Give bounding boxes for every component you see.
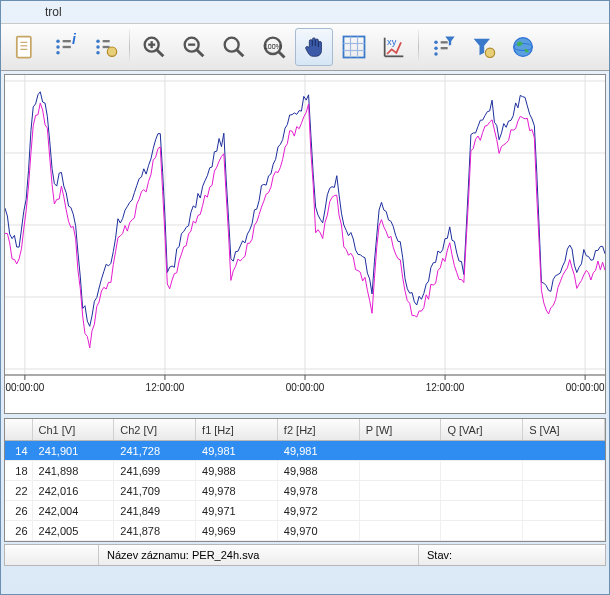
svg-text:12:00:00: 12:00:00 (146, 382, 185, 393)
column-header[interactable]: f2 [Hz] (278, 419, 360, 440)
svg-point-36 (434, 41, 438, 45)
row-id: 26 (5, 521, 33, 540)
cell: 241,699 (114, 461, 196, 480)
status-bar: Název záznamu: PER_24h.sva Stav: (4, 544, 606, 566)
window-title: trol (45, 5, 62, 19)
cell: 49,988 (278, 461, 360, 480)
svg-text:00:00:00: 00:00:00 (286, 382, 325, 393)
cell: 49,970 (278, 521, 360, 540)
column-header[interactable]: Ch2 [V] (114, 419, 196, 440)
cell: 241,709 (114, 481, 196, 500)
svg-rect-0 (17, 37, 31, 58)
info-list-button[interactable]: i (46, 28, 84, 66)
pan-hand-button[interactable] (295, 28, 333, 66)
cell (441, 461, 523, 480)
svg-point-10 (96, 39, 100, 43)
svg-point-11 (96, 45, 100, 49)
filter-list-button[interactable] (424, 28, 462, 66)
record-label: Název záznamu: (107, 549, 189, 561)
column-header[interactable]: P [W] (360, 419, 442, 440)
state-cell: Stav: (419, 545, 605, 565)
cell: 241,901 (33, 441, 115, 460)
cell (441, 481, 523, 500)
table-row[interactable]: 26242,004241,84949,97149,972 (5, 501, 605, 521)
svg-line-24 (237, 50, 243, 56)
svg-point-5 (56, 45, 60, 49)
cell: 49,978 (278, 481, 360, 500)
table-row[interactable]: 26242,005241,87849,96949,970 (5, 521, 605, 541)
column-header[interactable] (5, 419, 33, 440)
document-button[interactable] (6, 28, 44, 66)
toolbar-separator (129, 29, 130, 65)
svg-text:00:00:00: 00:00:00 (566, 382, 605, 393)
cell: 242,004 (33, 501, 115, 520)
row-id: 18 (5, 461, 33, 480)
cell: 49,981 (278, 441, 360, 460)
cell: 242,005 (33, 521, 115, 540)
svg-point-38 (434, 52, 438, 56)
svg-text:i: i (72, 33, 77, 47)
record-value: PER_24h.sva (192, 549, 259, 561)
table-row[interactable]: 14241,901241,72849,98149,981 (5, 441, 605, 461)
cell: 241,728 (114, 441, 196, 460)
table-row[interactable]: 22242,016241,70949,97849,978 (5, 481, 605, 501)
chart[interactable]: 00:00:0012:00:0000:00:0012:00:0000:00:00 (4, 74, 606, 414)
svg-text:12:00:00: 12:00:00 (426, 382, 465, 393)
cell (360, 461, 442, 480)
svg-point-23 (225, 38, 239, 52)
zoom-button[interactable] (215, 28, 253, 66)
svg-rect-28 (344, 37, 365, 58)
zoom-out-button[interactable] (175, 28, 213, 66)
table-row[interactable]: 18241,898241,69949,98849,988 (5, 461, 605, 481)
svg-text:100%: 100% (264, 43, 282, 50)
cell (523, 521, 605, 540)
cell (360, 501, 442, 520)
cell: 49,981 (196, 441, 278, 460)
cell (360, 441, 442, 460)
grid-toggle-button[interactable] (335, 28, 373, 66)
cell: 49,978 (196, 481, 278, 500)
toolbar: i 100% xy (1, 23, 609, 71)
cell (441, 441, 523, 460)
svg-point-42 (514, 38, 533, 57)
svg-point-12 (96, 51, 100, 55)
column-header[interactable]: Ch1 [V] (33, 419, 115, 440)
zoom-in-button[interactable] (135, 28, 173, 66)
cell (523, 501, 605, 520)
column-header[interactable]: Q [VAr] (441, 419, 523, 440)
cell: 49,988 (196, 461, 278, 480)
column-header[interactable]: S [VA] (523, 419, 605, 440)
svg-point-15 (107, 47, 116, 56)
cell (441, 501, 523, 520)
cell: 49,969 (196, 521, 278, 540)
xy-plot-button[interactable]: xy (375, 28, 413, 66)
svg-text:xy: xy (387, 37, 397, 47)
status-cell (5, 545, 99, 565)
svg-line-26 (279, 52, 285, 58)
cell: 242,016 (33, 481, 115, 500)
toolbar-separator (418, 29, 419, 65)
table-header: Ch1 [V]Ch2 [V]f1 [Hz]f2 [Hz]P [W]Q [VAr]… (5, 419, 605, 441)
list-settings-button[interactable] (86, 28, 124, 66)
row-id: 14 (5, 441, 33, 460)
cell: 241,878 (114, 521, 196, 540)
cell: 49,972 (278, 501, 360, 520)
cell (523, 481, 605, 500)
zoom-100-button[interactable]: 100% (255, 28, 293, 66)
globe-button[interactable] (504, 28, 542, 66)
svg-point-4 (56, 39, 60, 43)
state-label: Stav: (427, 549, 452, 561)
svg-line-21 (197, 50, 203, 56)
svg-line-17 (157, 50, 163, 56)
cell: 241,849 (114, 501, 196, 520)
svg-point-37 (434, 46, 438, 49)
funnel-settings-button[interactable] (464, 28, 502, 66)
cell (360, 521, 442, 540)
window-titlebar: trol (1, 1, 609, 23)
cell (523, 441, 605, 460)
record-name: Název záznamu: PER_24h.sva (99, 545, 419, 565)
cell (441, 521, 523, 540)
cell: 49,971 (196, 501, 278, 520)
svg-text:00:00:00: 00:00:00 (6, 382, 45, 393)
column-header[interactable]: f1 [Hz] (196, 419, 278, 440)
